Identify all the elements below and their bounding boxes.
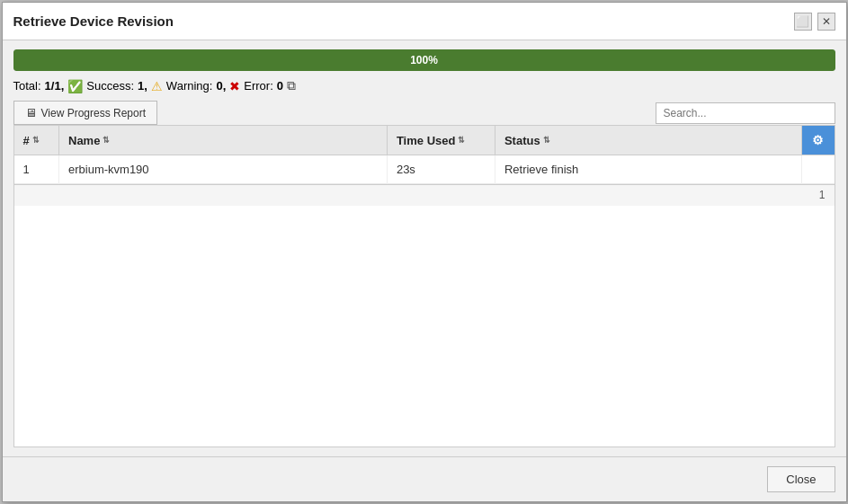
- cell-time-used: 23s: [387, 155, 495, 184]
- view-progress-button[interactable]: 🖥 View Progress Report: [13, 101, 158, 125]
- cell-num: 1: [14, 155, 59, 184]
- close-dialog-button[interactable]: ✕: [817, 13, 835, 31]
- copy-icon: ⧉: [287, 78, 296, 93]
- progress-label: 100%: [13, 54, 835, 66]
- col-name-label: Name: [68, 134, 100, 147]
- success-value: 1,: [138, 79, 147, 93]
- results-table-container: # ⇅ Name ⇅ Time Used: [13, 125, 835, 447]
- col-header-num: # ⇅: [14, 126, 59, 155]
- sort-icon-name: ⇅: [103, 136, 110, 145]
- error-icon: ✖: [229, 79, 240, 93]
- maximize-button[interactable]: ⬜: [794, 13, 812, 31]
- col-header-name: Name ⇅: [59, 126, 388, 155]
- summary-row: Total: 1/1, ✅ Success: 1, ⚠ Warning: 0, …: [13, 78, 835, 93]
- toolbar: 🖥 View Progress Report: [13, 101, 835, 125]
- warning-label: Warning:: [166, 79, 213, 93]
- monitor-icon: 🖥: [25, 106, 37, 119]
- view-progress-label: View Progress Report: [41, 107, 147, 119]
- dialog-title: Retrieve Device Revision: [13, 13, 174, 29]
- error-value: 0: [277, 79, 283, 93]
- results-table: # ⇅ Name ⇅ Time Used: [14, 126, 835, 184]
- col-header-settings[interactable]: ⚙: [802, 126, 835, 155]
- cell-status: Retrieve finish: [495, 155, 801, 184]
- dialog-body: 100% Total: 1/1, ✅ Success: 1, ⚠ Warning…: [3, 40, 846, 456]
- total-label: Total:: [13, 79, 41, 93]
- col-header-time-used: Time Used ⇅: [387, 126, 495, 155]
- success-icon: ✅: [67, 79, 83, 93]
- col-header-status: Status ⇅: [495, 126, 801, 155]
- title-bar-controls: ⬜ ✕: [794, 13, 835, 31]
- cell-settings: [802, 155, 835, 184]
- sort-icon-time: ⇅: [458, 136, 465, 145]
- col-num-label: #: [23, 134, 30, 147]
- close-button[interactable]: Close: [767, 466, 835, 492]
- title-bar: Retrieve Device Revision ⬜ ✕: [3, 3, 846, 40]
- search-input[interactable]: [656, 102, 835, 124]
- dialog-footer: Close: [3, 456, 846, 501]
- error-label: Error:: [244, 79, 273, 93]
- warning-icon: ⚠: [151, 79, 163, 93]
- col-status-label: Status: [504, 134, 540, 147]
- sort-icon-status: ⇅: [543, 136, 550, 145]
- table-row-count: 1: [819, 189, 826, 201]
- table-footer: 1: [14, 184, 835, 206]
- table-header-row: # ⇅ Name ⇅ Time Used: [14, 126, 835, 155]
- total-value: 1/1,: [45, 79, 65, 93]
- table-row: 1 erbium-kvm190 23s Retrieve finish: [14, 155, 835, 184]
- dialog-window: Retrieve Device Revision ⬜ ✕ 100% Total:…: [2, 2, 847, 502]
- progress-bar-container: 100%: [13, 49, 835, 71]
- col-time-label: Time Used: [397, 134, 456, 147]
- warning-value: 0,: [216, 79, 226, 93]
- cell-name: erbium-kvm190: [59, 155, 388, 184]
- sort-icon-num: ⇅: [32, 136, 40, 145]
- success-label: Success:: [86, 79, 134, 93]
